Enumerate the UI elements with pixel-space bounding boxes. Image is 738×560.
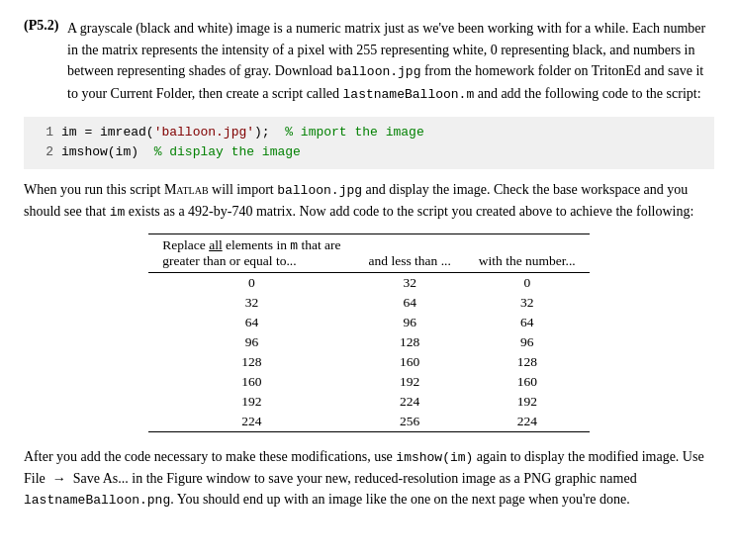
table-cell: 224 bbox=[465, 412, 590, 432]
table-cell: 160 bbox=[355, 352, 465, 372]
arrow-symbol: → bbox=[52, 471, 66, 486]
paragraph-2: When you run this script Matlab will imp… bbox=[24, 179, 714, 223]
table-cell: 192 bbox=[465, 392, 590, 412]
table-cell: 128 bbox=[355, 332, 465, 352]
table-header-col3: with the number... bbox=[465, 233, 590, 272]
replacement-table: Replace all elements in m that are great… bbox=[148, 233, 589, 432]
paragraph-3: After you add the code necessary to make… bbox=[24, 446, 714, 512]
table-cell: 160 bbox=[148, 372, 354, 392]
code-line-1-content: im = imread('balloon.jpg'); % import the… bbox=[61, 123, 424, 143]
table-row: 224256224 bbox=[148, 412, 589, 432]
table-cell: 32 bbox=[465, 293, 590, 313]
all-underline: all bbox=[209, 237, 223, 252]
code-line-2: 2 imshow(im) % display the image bbox=[40, 142, 698, 163]
code-line-1: 1 im = imread('balloon.jpg'); % import t… bbox=[40, 123, 698, 143]
table-cell: 96 bbox=[355, 313, 465, 332]
table-cell: 32 bbox=[148, 293, 354, 313]
table-cell: 128 bbox=[148, 352, 354, 372]
table-header-col2: and less than ... bbox=[355, 233, 465, 272]
table-body: 0320326432649664961289612816012816019216… bbox=[148, 272, 589, 431]
balloon-jpg-ref2: balloon.jpg bbox=[277, 183, 362, 198]
lastnameBalloon-m-ref: lastnameBalloon.m bbox=[343, 87, 475, 102]
table-cell: 224 bbox=[148, 412, 354, 432]
intro-text3: and add the following code to the script… bbox=[474, 86, 700, 101]
para2-text1: When you run this script bbox=[24, 182, 164, 197]
code-string-balloon: 'balloon.jpg' bbox=[154, 125, 254, 140]
problem-intro: A grayscale (black and white) image is a… bbox=[67, 18, 714, 105]
table-cell: 160 bbox=[465, 372, 590, 392]
table-cell: 96 bbox=[148, 332, 354, 352]
m-code-ref: m bbox=[290, 238, 298, 253]
table-container: Replace all elements in m that are great… bbox=[24, 233, 714, 432]
table-cell: 128 bbox=[465, 352, 590, 372]
code-im-assign: im = imread( bbox=[61, 125, 154, 140]
imshow-im-ref: imshow(im) bbox=[396, 450, 473, 465]
table-cell: 192 bbox=[355, 372, 465, 392]
table-cell: 0 bbox=[465, 272, 590, 293]
table-cell: 192 bbox=[148, 392, 354, 412]
para3-text3: Save As... in the Figure window to save … bbox=[69, 471, 636, 486]
code-imshow: imshow(im) bbox=[61, 144, 138, 159]
code-block: 1 im = imread('balloon.jpg'); % import t… bbox=[24, 117, 714, 170]
table-header-row: Replace all elements in m that are great… bbox=[148, 233, 589, 272]
table-cell: 96 bbox=[465, 332, 590, 352]
table-cell: 0 bbox=[148, 272, 354, 293]
line-num-1: 1 bbox=[40, 123, 53, 143]
para3-text1: After you add the code necessary to make… bbox=[24, 449, 396, 464]
problem-label: (P5.2) bbox=[24, 18, 61, 105]
table-row: 192224192 bbox=[148, 392, 589, 412]
table-cell: 224 bbox=[355, 392, 465, 412]
balloon-jpg-ref1: balloon.jpg bbox=[336, 64, 421, 79]
matlab-label: Matlab bbox=[164, 182, 209, 197]
table-row: 160192160 bbox=[148, 372, 589, 392]
para2-text2: will import bbox=[209, 182, 278, 197]
problem-block: (P5.2) A grayscale (black and white) ima… bbox=[24, 18, 714, 105]
code-comment-1: % import the image bbox=[285, 125, 423, 140]
table-row: 649664 bbox=[148, 313, 589, 332]
para3-text4: . You should end up with an image like t… bbox=[170, 492, 629, 507]
table-cell: 64 bbox=[355, 293, 465, 313]
table-header-col1: Replace all elements in m that are great… bbox=[148, 233, 354, 272]
table-cell: 64 bbox=[148, 313, 354, 332]
line-num-2: 2 bbox=[40, 142, 53, 163]
table-row: 128160128 bbox=[148, 352, 589, 372]
code-paren-close: ); bbox=[254, 125, 270, 140]
table-cell: 32 bbox=[355, 272, 465, 293]
table-row: 9612896 bbox=[148, 332, 589, 352]
header-gte-label: greater than or equal to... bbox=[162, 253, 296, 268]
table-row: 326432 bbox=[148, 293, 589, 313]
lastnameBalloon-png-ref: lastnameBalloon.png bbox=[24, 493, 170, 508]
code-comment-2: % display the image bbox=[154, 144, 301, 159]
table-cell: 64 bbox=[465, 313, 590, 332]
para2-text4: exists as a 492-by-740 matrix. Now add c… bbox=[125, 204, 693, 219]
table-cell: 256 bbox=[355, 412, 465, 432]
table-row: 0320 bbox=[148, 272, 589, 293]
im-code-ref: im bbox=[110, 205, 126, 220]
code-line-2-content: imshow(im) % display the image bbox=[61, 142, 301, 163]
